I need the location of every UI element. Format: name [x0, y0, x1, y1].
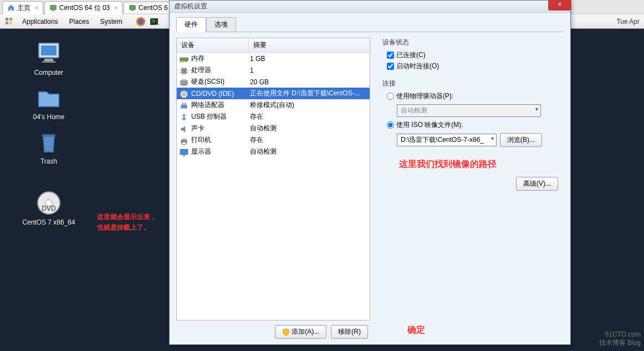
desktop-icon-cd[interactable]: DVD CentOS 7 x86_64: [21, 190, 76, 226]
disc-icon: DVD: [35, 190, 62, 216]
tab-label: 主页: [17, 3, 30, 13]
svg-rect-22: [183, 61, 184, 62]
svg-rect-34: [180, 149, 188, 154]
home-icon: [7, 4, 15, 12]
hw-name: 网络适配器: [191, 100, 250, 110]
use-iso-radio[interactable]: 使用 ISO 映像文件(M):: [387, 120, 561, 130]
menu-applications[interactable]: Applications: [18, 16, 63, 27]
close-icon[interactable]: ×: [35, 5, 38, 11]
tab-vm-2[interactable]: CentOS 6: [124, 2, 173, 13]
tab-options[interactable]: 选项: [206, 17, 236, 32]
add-hardware-button[interactable]: 添加(A)...: [275, 325, 326, 339]
browse-button[interactable]: 浏览(B)...: [500, 133, 542, 147]
svg-rect-32: [182, 138, 186, 139]
hw-row-cpu[interactable]: 处理器 1: [177, 64, 370, 76]
checkbox-label: 已连接(C): [396, 50, 426, 60]
dialog-titlebar[interactable]: 虚拟机设置: [170, 1, 570, 13]
tab-label: CentOS 6: [139, 4, 168, 12]
vm-icon: [49, 4, 57, 12]
terminal-icon[interactable]: >_: [149, 17, 159, 27]
annotation-line: 这里就会显示出来，: [97, 212, 157, 222]
vm-icon: [129, 4, 136, 12]
hardware-header: 设备 摘要: [177, 38, 370, 53]
hw-row-display[interactable]: 显示器 自动检测: [177, 146, 370, 157]
tab-vm-1[interactable]: CentOS 64 位 03 ×: [44, 1, 122, 14]
remove-hardware-button[interactable]: 移除(R): [331, 325, 368, 339]
annotation-right: 这里我们找到镜像的路径: [399, 157, 561, 171]
computer-icon: [35, 40, 62, 67]
disk-icon: [179, 78, 189, 87]
col-device[interactable]: 设备: [177, 38, 249, 52]
device-config-panel: 设备状态 已连接(C) 启动时连接(O) 连接 使用物理驱动器(P: [380, 38, 564, 340]
hw-summary: 存在: [250, 112, 367, 121]
svg-rect-7: [9, 22, 12, 24]
hw-name: 声卡: [191, 124, 250, 133]
physical-drive-combo[interactable]: 自动检测: [397, 104, 541, 117]
network-icon: [179, 101, 189, 110]
svg-text:>_: >_: [151, 17, 159, 25]
radio-input[interactable]: [387, 121, 394, 129]
hw-name: 硬盘(SCSI): [191, 77, 250, 87]
checkbox-input[interactable]: [387, 63, 394, 70]
iso-path-row: D:\迅雷下载\CentOS-7-x86_ 浏览(B)...: [397, 133, 561, 147]
checkbox-input[interactable]: [387, 52, 394, 59]
hw-row-printer[interactable]: 打印机 存在: [177, 134, 370, 146]
iso-path-combo[interactable]: D:\迅雷下载\CentOS-7-x86_: [397, 134, 497, 146]
connect-poweron-checkbox[interactable]: 启动时连接(O): [387, 62, 561, 71]
svg-point-27: [183, 93, 186, 95]
hw-summary: 自动检测: [250, 124, 367, 133]
desktop-icon-label: CentOS 7 x86_64: [21, 218, 76, 226]
firefox-icon[interactable]: [136, 17, 146, 27]
clock[interactable]: Tue Apr: [616, 18, 640, 26]
col-summary[interactable]: 摘要: [249, 38, 271, 52]
tab-home[interactable]: 主页 ×: [2, 1, 43, 14]
connected-checkbox[interactable]: 已连接(C): [387, 50, 561, 60]
printer-icon: [179, 136, 189, 145]
hw-name: CD/DVD (IDE): [191, 90, 250, 98]
hw-row-sound[interactable]: 声卡 自动检测: [177, 123, 370, 134]
menu-places[interactable]: Places: [65, 16, 94, 27]
svg-rect-3: [131, 10, 134, 11]
apps-icon[interactable]: [4, 17, 14, 27]
hardware-list[interactable]: 内存 1 GB 处理器 1 硬盘(SCSI) 20 GB: [177, 53, 370, 320]
svg-rect-1: [52, 10, 54, 11]
svg-rect-16: [42, 134, 55, 137]
usb-icon: [179, 113, 189, 121]
radio-input[interactable]: [387, 93, 394, 100]
svg-rect-4: [6, 18, 8, 21]
desktop-icon-home[interactable]: 04's Home: [21, 84, 76, 121]
hw-summary: 存在: [250, 135, 367, 145]
svg-rect-2: [130, 6, 136, 10]
tab-hardware[interactable]: 硬件: [176, 17, 206, 32]
hw-row-memory[interactable]: 内存 1 GB: [177, 53, 370, 64]
svg-rect-28: [181, 104, 187, 108]
desktop-icon-trash[interactable]: Trash: [21, 129, 76, 165]
memory-icon: [179, 54, 189, 63]
hw-row-cddvd[interactable]: CD/DVD (IDE) 正在使用文件 D:\迅雷下载\CentOS-...: [177, 88, 370, 99]
svg-rect-15: [42, 61, 55, 63]
svg-rect-20: [180, 57, 188, 61]
hw-row-network[interactable]: 网络适配器 桥接模式(自动): [177, 99, 370, 111]
add-button-label: 添加(A)...: [292, 328, 319, 335]
use-physical-radio[interactable]: 使用物理驱动器(P):: [387, 91, 561, 101]
group-title: 设备状态: [382, 38, 561, 47]
menu-system[interactable]: System: [96, 16, 127, 27]
desktop-icon-computer[interactable]: Computer: [21, 40, 76, 77]
annotation-left: 这里就会显示出来， 也就是挂载上了。: [97, 212, 157, 233]
radio-label: 使用 ISO 映像文件(M):: [396, 120, 463, 130]
hw-summary: 桥接模式(自动): [250, 100, 367, 110]
vm-settings-dialog: 虚拟机设置 × 硬件 选项 设备 摘要 内存: [169, 0, 571, 345]
hw-row-usb[interactable]: USB 控制器 存在: [177, 111, 370, 123]
svg-rect-14: [44, 59, 53, 61]
hw-row-disk[interactable]: 硬盘(SCSI) 20 GB: [177, 76, 370, 88]
advanced-button[interactable]: 高级(V)...: [516, 177, 558, 191]
advanced-row: 高级(V)...: [382, 177, 561, 191]
desktop-icon-label: Computer: [21, 69, 76, 77]
dialog-close-button[interactable]: ×: [548, 0, 571, 11]
hw-name: 打印机: [191, 135, 250, 145]
annotation-line: 也就是挂载上了。: [97, 222, 157, 233]
hw-name: 处理器: [191, 65, 250, 75]
dialog-tabs: 硬件 选项: [176, 17, 564, 32]
dialog-content: 设备 摘要 内存 1 GB 处理器 1: [176, 32, 564, 340]
close-icon[interactable]: ×: [114, 5, 117, 11]
